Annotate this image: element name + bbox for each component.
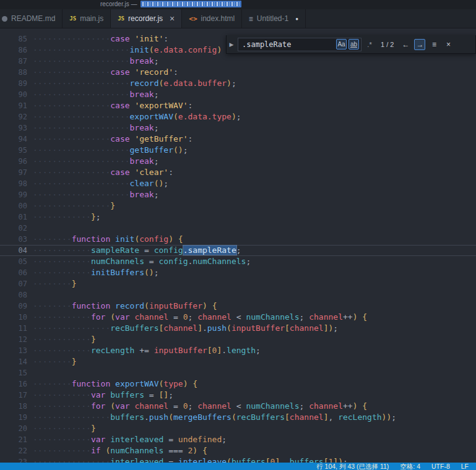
- code-line-16[interactable]: 16········function exportWAV(type) {: [0, 378, 476, 390]
- line-number[interactable]: 06: [0, 267, 33, 278]
- line-number[interactable]: 09: [0, 301, 33, 312]
- find-input-wrap: Aa ab: [238, 38, 361, 51]
- code-line-91[interactable]: 91················case 'exportWAV':: [0, 100, 476, 111]
- status-item-3[interactable]: LF: [461, 463, 469, 470]
- line-number[interactable]: 99: [0, 189, 33, 200]
- line-number[interactable]: 18: [0, 401, 33, 412]
- code-line-15[interactable]: 15: [0, 367, 476, 378]
- code-line-93[interactable]: 93····················break;: [0, 122, 476, 134]
- tab-index-html[interactable]: <>index.html: [182, 9, 242, 28]
- previous-match-icon[interactable]: ←: [400, 39, 411, 50]
- line-number[interactable]: 20: [0, 423, 33, 434]
- code-line-11[interactable]: 11················recBuffers[channel].pu…: [0, 323, 476, 334]
- line-number[interactable]: 15: [0, 367, 33, 378]
- code-line-08[interactable]: 08: [0, 289, 476, 301]
- line-number[interactable]: 95: [0, 145, 33, 156]
- code-line-88[interactable]: 88················case 'record':: [0, 67, 476, 78]
- line-number[interactable]: 97: [0, 167, 33, 178]
- match-case-icon[interactable]: Aa: [336, 39, 347, 49]
- code-area[interactable]: 85················case 'init':86········…: [0, 28, 476, 468]
- line-number[interactable]: 10: [0, 312, 33, 323]
- line-number[interactable]: 16: [0, 378, 33, 390]
- line-number[interactable]: 00: [0, 200, 33, 212]
- tab-readme-md[interactable]: README.md: [0, 9, 63, 28]
- code-line-96[interactable]: 96····················break;: [0, 156, 476, 167]
- line-number[interactable]: 89: [0, 78, 33, 89]
- code-line-98[interactable]: 98····················clear();: [0, 178, 476, 189]
- line-number[interactable]: 91: [0, 100, 33, 111]
- code-line-04[interactable]: 04············sampleRate = config.sample…: [0, 245, 476, 256]
- line-number[interactable]: 13: [0, 345, 33, 356]
- toggle-replace-icon[interactable]: ▶: [228, 41, 235, 48]
- whole-word-icon[interactable]: ab: [348, 39, 359, 49]
- code-line-19[interactable]: 19················buffers.push(mergeBuff…: [0, 412, 476, 423]
- code-line-06[interactable]: 06············initBuffers();: [0, 267, 476, 278]
- code-line-95[interactable]: 95····················getBuffer();: [0, 145, 476, 156]
- tab-recorder-js[interactable]: JSrecorder.js×: [111, 9, 182, 28]
- window-title: recorder.js —: [100, 1, 241, 7]
- code-line-07[interactable]: 07········}: [0, 278, 476, 289]
- code-line-00[interactable]: 00················}: [0, 200, 476, 212]
- line-number[interactable]: 98: [0, 178, 33, 189]
- line-number[interactable]: 03: [0, 234, 33, 245]
- line-number[interactable]: 05: [0, 256, 33, 267]
- code-line-09[interactable]: 09········function record(inputBuffer) {: [0, 301, 476, 312]
- line-number[interactable]: 93: [0, 122, 33, 134]
- code-line-03[interactable]: 03········function init(config) {: [0, 234, 476, 245]
- code-line-17[interactable]: 17············var buffers = [];: [0, 390, 476, 401]
- line-number[interactable]: 88: [0, 67, 33, 78]
- next-match-icon[interactable]: →: [414, 39, 425, 50]
- line-number[interactable]: 19: [0, 412, 33, 423]
- editor[interactable]: ▶ Aa ab .* 1 / 2 ← → ≡ × 85·············…: [0, 28, 476, 470]
- code-line-97[interactable]: 97················case 'clear':: [0, 167, 476, 178]
- line-number[interactable]: 21: [0, 434, 33, 445]
- line-number[interactable]: 86: [0, 45, 33, 56]
- line-number[interactable]: 02: [0, 223, 33, 234]
- line-number[interactable]: 17: [0, 390, 33, 401]
- line-number[interactable]: 96: [0, 156, 33, 167]
- line-number[interactable]: 04: [0, 245, 33, 256]
- find-in-selection-icon[interactable]: ≡: [428, 39, 439, 50]
- line-number[interactable]: 94: [0, 134, 33, 145]
- close-find-icon[interactable]: ×: [443, 39, 454, 50]
- code-line-99[interactable]: 99····················break;: [0, 189, 476, 200]
- code-line-01[interactable]: 01············};: [0, 212, 476, 223]
- code-line-87[interactable]: 87····················break;: [0, 56, 476, 67]
- status-item-1[interactable]: 空格: 4: [400, 463, 420, 470]
- line-number[interactable]: 07: [0, 278, 33, 289]
- code-line-12[interactable]: 12············}: [0, 334, 476, 345]
- status-item-2[interactable]: UTF-8: [431, 463, 450, 470]
- line-number[interactable]: 12: [0, 334, 33, 345]
- code-line-22[interactable]: 22············if (numChannels === 2) {: [0, 445, 476, 456]
- code-line-90[interactable]: 90····················break;: [0, 89, 476, 100]
- tab-main-js[interactable]: JSmain.js: [63, 9, 111, 28]
- line-number[interactable]: 92: [0, 111, 33, 122]
- code-line-89[interactable]: 89····················record(e.data.buff…: [0, 78, 476, 89]
- line-number[interactable]: 08: [0, 289, 33, 301]
- code-line-14[interactable]: 14········}: [0, 356, 476, 367]
- status-item-0[interactable]: 行 104, 列 43 (已选择 11): [316, 463, 389, 470]
- line-number[interactable]: 14: [0, 356, 33, 367]
- whitespace-dots: ····················: [33, 190, 130, 199]
- find-results-count: 1 / 2: [381, 41, 394, 48]
- line-number[interactable]: 87: [0, 56, 33, 67]
- line-number[interactable]: 22: [0, 445, 33, 456]
- find-input[interactable]: [242, 40, 334, 49]
- line-number[interactable]: 01: [0, 212, 33, 223]
- code-text: ················case 'record':: [33, 67, 178, 78]
- line-number[interactable]: 90: [0, 89, 33, 100]
- line-number[interactable]: 85: [0, 33, 33, 45]
- code-line-02[interactable]: 02: [0, 223, 476, 234]
- regex-icon[interactable]: .*: [365, 41, 374, 48]
- code-line-21[interactable]: 21············var interleaved = undefine…: [0, 434, 476, 445]
- code-line-20[interactable]: 20············}: [0, 423, 476, 434]
- code-line-92[interactable]: 92····················exportWAV(e.data.t…: [0, 111, 476, 122]
- line-number[interactable]: 11: [0, 323, 33, 334]
- code-line-94[interactable]: 94················case 'getBuffer':: [0, 134, 476, 145]
- code-line-18[interactable]: 18············for (var channel = 0; chan…: [0, 401, 476, 412]
- tab-untitled-1[interactable]: ≡Untitled-1●: [242, 9, 306, 28]
- code-line-13[interactable]: 13············recLength += inputBuffer[0…: [0, 345, 476, 356]
- code-line-10[interactable]: 10············for (var channel = 0; chan…: [0, 312, 476, 323]
- close-tab-icon[interactable]: ×: [170, 14, 175, 23]
- code-line-05[interactable]: 05············numChannels = config.numCh…: [0, 256, 476, 267]
